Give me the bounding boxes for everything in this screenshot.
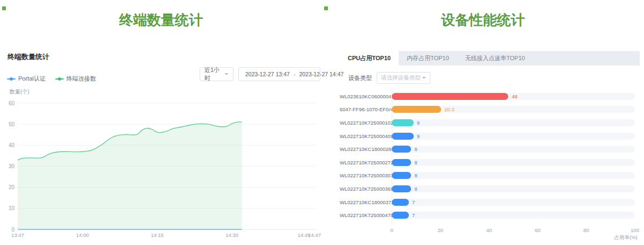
bar-value-label: 48 bbox=[511, 93, 517, 100]
device-performance-card: CPU占用TOP10 内存占用TOP10 无线接入点速率TOP10 设备类型 请… bbox=[340, 51, 640, 245]
legend-item-portal[interactable]: Portal认证 bbox=[7, 75, 46, 83]
bar-track: 7 bbox=[392, 199, 635, 206]
bar-track: 48 bbox=[392, 93, 635, 100]
svg-text:50: 50 bbox=[9, 121, 15, 127]
svg-text:0: 0 bbox=[11, 227, 14, 233]
svg-text:60: 60 bbox=[9, 100, 15, 106]
bar-track: 7 bbox=[392, 212, 635, 219]
legend-item-terminal-connections[interactable]: 终端连接数 bbox=[55, 75, 96, 83]
bar-category-label: WL022710KC18000280 bbox=[340, 146, 392, 152]
device-type-filter-row: 设备类型 请选择设备类型 bbox=[348, 72, 430, 84]
chevron-down-icon bbox=[422, 77, 426, 79]
bar-row: WL022710K7250002728 bbox=[340, 156, 640, 169]
cpu-top10-bar-chart: WL023610KC06000043486047-FF96-1070-EF0A2… bbox=[340, 90, 640, 222]
date-range-start: 2023-12-27 13:47 bbox=[245, 71, 290, 77]
panel-bullet bbox=[324, 6, 328, 10]
device-type-placeholder: 请选择设备类型 bbox=[381, 74, 421, 82]
bar-category-label: WL022710K725000102 bbox=[340, 120, 392, 126]
date-range-picker[interactable]: 2023-12-27 13:47 - 2023-12-27 14:47 bbox=[238, 67, 320, 81]
bar-category-label: WL022710K725000272 bbox=[340, 160, 392, 165]
page-title-right: 设备性能统计 bbox=[322, 11, 644, 30]
svg-text:40: 40 bbox=[9, 142, 15, 148]
svg-text:14:30: 14:30 bbox=[225, 232, 238, 238]
bar-category-label: WL022710K725000369 bbox=[340, 186, 392, 192]
bar bbox=[392, 185, 411, 192]
bar-category-label: WL022710KC18000372 bbox=[340, 199, 392, 205]
bar-value-label: 7 bbox=[412, 212, 415, 219]
bar bbox=[392, 212, 409, 219]
bar-row: WL022710K7250003078 bbox=[340, 169, 640, 183]
bar-value-label: 7 bbox=[412, 199, 415, 206]
legend-marker-portal bbox=[7, 78, 16, 80]
x-tick-label: 100 bbox=[631, 227, 639, 233]
bar-category-label: WL022710K725000409 bbox=[340, 133, 392, 139]
device-type-select[interactable]: 请选择设备类型 bbox=[377, 72, 430, 84]
bar-track: 8 bbox=[392, 172, 635, 179]
bar-track: 9 bbox=[392, 133, 635, 140]
bar-value-label: 9 bbox=[417, 119, 420, 126]
device-type-label: 设备类型 bbox=[348, 74, 372, 82]
bar bbox=[392, 133, 414, 140]
tab-cpu-top10[interactable]: CPU占用TOP10 bbox=[340, 51, 399, 66]
bar-track: 8 bbox=[392, 159, 635, 166]
bar-row: 6047-FF96-1070-EF0A20.3 bbox=[340, 103, 640, 117]
bar bbox=[392, 93, 508, 100]
bar-category-label: 6047-FF96-1070-EF0A bbox=[340, 106, 392, 112]
bar-value-label: 8 bbox=[414, 159, 417, 166]
x-tick-label: 80 bbox=[583, 227, 589, 233]
bar-chart-x-ticks: 020406080100 bbox=[340, 227, 640, 234]
svg-text:30: 30 bbox=[9, 163, 15, 169]
series-area bbox=[18, 122, 242, 229]
bar bbox=[392, 146, 411, 153]
bar-value-label: 8 bbox=[414, 146, 417, 153]
bar-track: 8 bbox=[392, 146, 635, 153]
legend-marker-terminal-connections bbox=[55, 78, 64, 80]
chart-legend: Portal认证 终端连接数 bbox=[7, 75, 96, 83]
bar bbox=[392, 172, 411, 179]
tab-wireless-rate-top10[interactable]: 无线接入点速率TOP10 bbox=[457, 51, 533, 66]
bar-category-label: WL022710K725000470 bbox=[340, 212, 392, 218]
bar-row: WL022710K7250003698 bbox=[340, 182, 640, 196]
x-tick-label: 0 bbox=[390, 227, 393, 233]
x-tick-label: 40 bbox=[486, 227, 492, 233]
tab-memory-top10[interactable]: 内存占用TOP10 bbox=[399, 51, 457, 66]
x-axis-label: 占用率(%) bbox=[614, 234, 638, 241]
device-performance-panel: 设备性能统计 CPU占用TOP10 内存占用TOP10 无线接入点速率TOP10… bbox=[322, 0, 644, 245]
chart-section-title: 终端数量统计 bbox=[8, 52, 49, 62]
bar-track: 9 bbox=[392, 119, 635, 126]
svg-text:13:47: 13:47 bbox=[11, 232, 24, 238]
bar-track: 20.3 bbox=[392, 106, 635, 113]
bar-value-label: 8 bbox=[414, 185, 417, 192]
bar bbox=[392, 106, 441, 113]
x-tick-label: 20 bbox=[437, 227, 443, 233]
legend-label-terminal-connections: 终端连接数 bbox=[67, 75, 96, 83]
svg-text:10: 10 bbox=[9, 205, 15, 211]
bar-category-label: WL023610KC06000043 bbox=[340, 93, 392, 99]
bar-value-label: 20.3 bbox=[444, 106, 455, 113]
panel-bullet bbox=[2, 6, 6, 10]
bar-category-label: WL022710K725000307 bbox=[340, 172, 392, 178]
line-chart-svg: 010203040506013:4714:0014:1514:3014:4514… bbox=[0, 86, 322, 245]
chevron-down-icon bbox=[224, 73, 229, 75]
svg-text:14:15: 14:15 bbox=[151, 232, 164, 238]
bar-row: WL022710K7250004707 bbox=[340, 208, 640, 222]
legend-label-portal: Portal认证 bbox=[18, 75, 46, 83]
svg-text:20: 20 bbox=[9, 184, 15, 190]
bar-value-label: 9 bbox=[417, 133, 420, 140]
bar-track: 8 bbox=[392, 185, 635, 192]
tab-bar: CPU占用TOP10 内存占用TOP10 无线接入点速率TOP10 bbox=[340, 51, 640, 66]
svg-text:14:00: 14:00 bbox=[76, 232, 89, 238]
bar bbox=[392, 159, 411, 166]
terminal-count-panel: 终端数量统计 终端数量统计 近1小时 2023-12-27 13:47 - 20… bbox=[0, 0, 322, 245]
time-range-select[interactable]: 近1小时 bbox=[200, 67, 233, 81]
bar-row: WL022710KC180003727 bbox=[340, 196, 640, 209]
bar-row: WL022710K7250001029 bbox=[340, 116, 640, 129]
page-title-left: 终端数量统计 bbox=[0, 11, 322, 30]
bar-row: WL022710KC180002808 bbox=[340, 142, 640, 156]
bar-value-label: 8 bbox=[414, 172, 417, 179]
terminal-count-line-chart: 010203040506013:4714:0014:1514:3014:4514… bbox=[0, 86, 322, 245]
bar-row: WL022710K7250004099 bbox=[340, 129, 640, 143]
x-tick-label: 60 bbox=[535, 227, 541, 233]
svg-text:14:47: 14:47 bbox=[308, 232, 321, 238]
date-range-separator: - bbox=[292, 71, 297, 77]
